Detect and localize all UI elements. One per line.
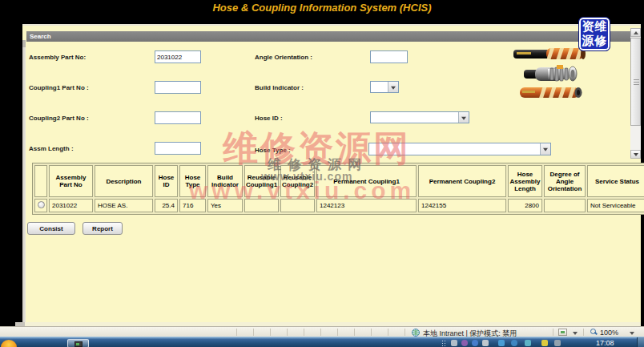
windows-taskbar: 17:08 [0,337,644,347]
angle-orientation-label: Angle Orientation : [255,54,312,61]
intranet-zone-globe-icon [412,329,420,337]
scrollbar-thumb[interactable] [630,38,641,126]
left-frame-scrollbar[interactable] [22,40,26,324]
dropdown-arrow-icon[interactable] [458,112,469,123]
tray-icon[interactable] [472,340,478,346]
build-indicator-select[interactable] [370,81,399,93]
col-permanent-coupling1: Permanent Coupling1 [316,165,417,197]
coupling2-part-no-label: Coupling2 Part No : [29,115,89,122]
cell-hose-id: 25.4 [155,199,178,212]
cell-service-status: Not Serviceable [587,199,644,212]
app-icon [74,341,83,347]
coupling2-part-no-input[interactable] [155,111,201,124]
hose-id-label: Hose ID : [255,115,283,122]
tray-icon[interactable] [461,340,468,346]
taskbar-clock[interactable]: 17:08 [596,339,614,347]
tray-icon[interactable] [498,340,505,346]
col-hose-id: Hose ID [155,165,178,197]
tray-icon[interactable] [511,340,517,346]
assembly-part-no-label: Assembly Part No: [29,54,86,61]
badge-char: 修 [594,34,607,48]
show-desktop-button[interactable] [637,337,644,347]
site-logo-badge: 资 维 源 修 [578,17,610,51]
taskbar-app-button[interactable] [67,339,89,347]
dropdown-arrow-icon[interactable] [388,82,398,92]
col-description: Description [95,165,153,197]
browser-status-bar: 本地 Intranet | 保护模式: 禁用 100% [0,326,644,337]
table-row: 2031022 HOSE AS. 25.4 716 Yes 1242123 12… [34,199,644,212]
hose-orange-image [519,86,583,99]
row-select-radio[interactable] [38,201,45,208]
col-build-indicator: Build Indicator [207,165,243,197]
col-reusable-coupling2: Reusable Coupling2 [280,165,315,197]
tray-icon[interactable] [525,340,531,346]
scroll-up-icon[interactable] [630,28,641,37]
page-title: Hose & Coupling Information System (HCIS… [0,2,644,14]
tray-icon[interactable] [482,340,489,346]
col-assembly-part-no: Assembly Part No [49,165,93,197]
consist-button[interactable]: Consist [27,222,75,235]
scroll-down-icon[interactable] [630,150,641,159]
coupling1-part-no-input[interactable] [155,81,201,94]
assm-length-label: Assm Length : [29,145,74,152]
cell-permanent-coupling2: 1242155 [418,199,506,212]
col-degree-angle-orientation: Degree of Angle Orientation [544,165,586,197]
cell-reusable-coupling2 [280,199,315,212]
cell-build-indicator: Yes [207,199,243,212]
assm-length-input[interactable] [155,142,201,155]
hose-type-label: Hose Type : [255,147,291,154]
col-reusable-coupling1: Reusable Coupling1 [244,165,279,197]
hose-type-selected [369,149,371,156]
tray-icon[interactable] [451,340,457,346]
zoom-dropdown-icon[interactable] [630,332,634,335]
start-button[interactable] [1,340,17,347]
cell-hose-type: 716 [179,199,206,212]
dropdown-arrow-icon[interactable] [540,143,550,155]
zoom-level[interactable]: 100% [600,329,618,337]
col-permanent-coupling2: Permanent Coupling2 [418,165,506,197]
col-hose-assembly-length: Hose Assembly Length [508,165,542,197]
coupling-cutaway-image [524,63,580,84]
form-frame-scrollbar[interactable] [630,28,641,159]
cell-description: HOSE AS. [95,199,153,212]
results-table: Assembly Part No Description Hose ID Hos… [32,163,644,215]
badge-char: 源 [582,34,594,48]
hose-type-select[interactable] [368,143,551,155]
badge-char: 资 [582,20,594,34]
table-header-row: Assembly Part No Description Hose ID Hos… [34,165,644,197]
tray-icon[interactable] [554,340,561,346]
cell-hose-assembly-length: 2800 [508,199,542,212]
left-frame-scrollbar-cap [22,40,26,47]
search-section-header: Search [26,31,630,42]
coupling1-part-no-label: Coupling1 Part No : [29,84,89,91]
tray-icon[interactable] [541,340,548,346]
report-button[interactable]: Report [83,222,123,235]
assembly-part-no-input[interactable] [155,50,201,63]
col-select [34,165,47,197]
tray-expand-grip[interactable] [441,340,446,346]
col-hose-type: Hose Type [179,165,206,197]
magnifier-icon [590,329,598,336]
cell-reusable-coupling1 [244,199,279,212]
hose-id-select[interactable] [370,111,469,123]
build-indicator-label: Build Indicator : [255,84,304,91]
angle-orientation-input[interactable] [370,50,408,63]
hose-black-image [513,46,587,62]
cell-degree-angle-orientation [544,199,586,212]
build-indicator-selected [371,87,372,95]
col-service-status: Service Status [587,165,644,197]
cell-assembly-part-no: 2031022 [49,199,93,212]
cell-permanent-coupling1: 1242123 [316,199,417,212]
page-zoom-icon[interactable] [558,329,567,336]
badge-char: 维 [594,20,607,34]
page-zoom-dropdown-icon[interactable] [573,332,578,335]
hose-id-selected [371,118,372,125]
